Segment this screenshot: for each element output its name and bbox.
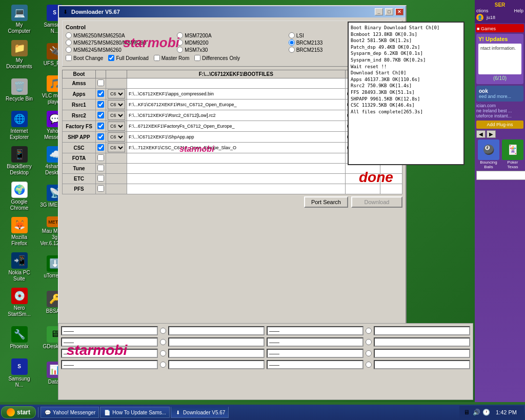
form-radio-2a[interactable] xyxy=(160,339,166,345)
tune-checkbox[interactable] xyxy=(97,165,104,171)
form-input-2d[interactable] xyxy=(374,337,471,347)
shpapp-path-input[interactable] xyxy=(129,134,344,139)
phoenix-icon[interactable]: 🔧 Phoenix xyxy=(3,321,36,354)
radio-brcm2133-input[interactable] xyxy=(289,39,295,46)
rsrc1-type-select[interactable]: C671 xyxy=(108,100,125,109)
rsrc1-path-input[interactable] xyxy=(129,102,344,107)
form-input-3a[interactable] xyxy=(61,349,158,358)
radio-mdm9200[interactable]: MDM9200 xyxy=(177,39,287,46)
minimize-button[interactable]: _ xyxy=(375,8,383,15)
radio-msm6250[interactable]: MSM6250/MSM6250A xyxy=(66,32,176,38)
yahoo-fb-box[interactable]: ook eed and more... xyxy=(476,86,523,102)
row-pfs-check[interactable] xyxy=(96,184,106,194)
row-tune-path[interactable] xyxy=(127,164,346,174)
rsrc2-path-input[interactable] xyxy=(129,113,344,118)
row-etc-check[interactable] xyxy=(96,174,106,184)
nav-prev-button[interactable]: ◀ xyxy=(476,130,486,138)
row-shpapp-check[interactable] xyxy=(96,132,106,143)
csc-path-input[interactable] xyxy=(129,145,344,150)
pfs-crc-input[interactable] xyxy=(382,187,400,192)
my-documents-icon[interactable]: 📁 My Documents xyxy=(3,38,36,71)
row-csc-check[interactable] xyxy=(96,143,106,153)
form-input-2b[interactable] xyxy=(168,337,265,347)
master-rom-checkbox[interactable]: Master Rom xyxy=(154,55,189,61)
nav-next-button[interactable]: ▶ xyxy=(487,130,496,138)
differences-only-checkbox[interactable]: Differences Only xyxy=(194,55,240,61)
row-fota-path[interactable] xyxy=(127,153,346,164)
form-radio-2b[interactable] xyxy=(366,339,372,345)
mozilla-firefox-icon[interactable]: 🦊 Mozilla Firefox xyxy=(3,215,36,248)
csc-type-select[interactable]: C671 xyxy=(108,143,125,152)
row-factoryfs-check[interactable] xyxy=(96,121,106,132)
row-apps-check[interactable] xyxy=(96,89,106,99)
row-rsrc2-check[interactable] xyxy=(96,110,106,121)
row-etc-path[interactable] xyxy=(127,174,346,184)
row-pfs-path[interactable] xyxy=(127,184,346,194)
shpapp-type-select[interactable]: C671 xyxy=(108,132,125,142)
form-input-1d[interactable] xyxy=(374,326,471,335)
form-input-4d[interactable] xyxy=(374,360,471,369)
pfs-addr-input[interactable] xyxy=(347,187,378,192)
row-rsrc1-path[interactable] xyxy=(127,99,346,110)
form-radio-3b[interactable] xyxy=(366,350,372,356)
pfs-checkbox[interactable] xyxy=(97,185,104,192)
row-rsrc1-check[interactable] xyxy=(96,99,106,110)
form-radio-3a[interactable] xyxy=(160,350,166,356)
form-input-1b[interactable] xyxy=(168,326,265,335)
apps-path-input[interactable] xyxy=(129,91,344,96)
pfs-path-input[interactable] xyxy=(129,187,344,192)
radio-mdm9200-input[interactable] xyxy=(177,39,183,46)
taskbar-yahoo-messenger[interactable]: 💬 Yahoo! Messenger xyxy=(41,407,99,418)
fota-checkbox[interactable] xyxy=(97,154,104,161)
form-input-1a[interactable] xyxy=(61,326,158,335)
form-radio-4b[interactable] xyxy=(366,362,372,368)
full-download-checkbox[interactable]: Full Download xyxy=(108,55,148,61)
start-button[interactable]: start xyxy=(1,406,36,418)
recycle-bin-icon[interactable]: 🗑️ Recycle Bin xyxy=(3,73,36,107)
tune-path-input[interactable] xyxy=(129,166,344,171)
internet-explorer-icon[interactable]: 🌐 Internet Explorer xyxy=(3,109,36,142)
radio-msm7200a-input[interactable] xyxy=(177,32,183,38)
row-amss-check[interactable] xyxy=(96,78,106,89)
port-search-button[interactable]: Port Search xyxy=(304,196,348,208)
form-input-4c[interactable] xyxy=(267,360,364,369)
yahoo-search-input[interactable] xyxy=(476,171,525,180)
blackberry-icon[interactable]: 📱 BlackBerry Desktop xyxy=(3,144,36,177)
form-input-3c[interactable] xyxy=(267,349,364,358)
taskbar-how-to-update[interactable]: 📄 How To Update Sams... xyxy=(100,407,170,418)
game-thumb-2[interactable]: 🃏 xyxy=(502,139,523,160)
boot-change-input[interactable] xyxy=(66,55,72,61)
full-download-input[interactable] xyxy=(108,55,114,61)
radio-brcm2153-input[interactable] xyxy=(289,47,295,53)
form-input-1c[interactable] xyxy=(267,326,364,335)
boot-change-checkbox[interactable]: Boot Change xyxy=(66,55,103,61)
row-apps-path[interactable] xyxy=(127,89,346,99)
games-link[interactable]: ■ Games xyxy=(476,24,524,32)
game-thumb-1[interactable]: 🎱 xyxy=(478,139,499,160)
form-input-2c[interactable] xyxy=(267,337,364,347)
master-rom-input[interactable] xyxy=(154,55,160,61)
row-rsrc2-path[interactable] xyxy=(127,110,346,121)
form-radio-4a[interactable] xyxy=(160,362,166,368)
rsrc2-checkbox[interactable] xyxy=(97,112,104,118)
radio-msm6245-input[interactable] xyxy=(66,47,72,53)
row-shpapp-path[interactable] xyxy=(127,132,346,143)
factoryfs-type-select[interactable]: C671 xyxy=(108,122,125,131)
form-input-3b[interactable] xyxy=(168,349,265,358)
row-csc-path[interactable] xyxy=(127,143,346,153)
etc-checkbox[interactable] xyxy=(97,175,104,182)
amss-checkbox[interactable] xyxy=(97,79,104,86)
shpapp-checkbox[interactable] xyxy=(97,133,104,140)
factoryfs-path-input[interactable] xyxy=(129,124,344,129)
form-radio-1b[interactable] xyxy=(366,328,372,334)
form-input-4b[interactable] xyxy=(168,360,265,369)
my-computer-icon[interactable]: 💻 My Computer xyxy=(3,3,36,36)
radio-msm7x30[interactable]: MSM7x30 xyxy=(177,47,287,53)
radio-msm6275[interactable]: MSM6275/MSM6280/MSM6290 xyxy=(66,39,176,46)
row-tune-check[interactable] xyxy=(96,164,106,174)
radio-msm6275-input[interactable] xyxy=(66,39,72,46)
radio-msm6250-input[interactable] xyxy=(66,32,72,38)
row-fota-check[interactable] xyxy=(96,153,106,164)
download-button[interactable]: Download xyxy=(351,196,402,208)
radio-msm6245[interactable]: MSM6245/MSM6260 xyxy=(66,47,176,53)
